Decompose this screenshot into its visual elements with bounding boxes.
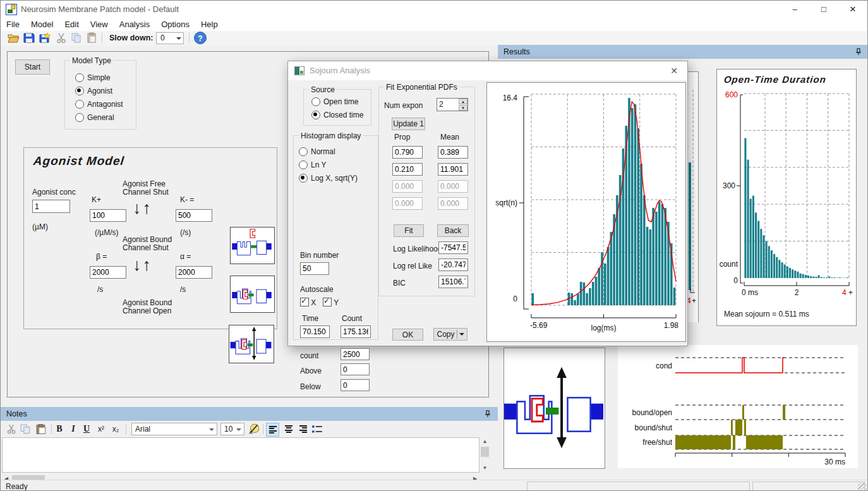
notes-text-area[interactable] <box>2 437 479 473</box>
prop-value-3 <box>392 180 423 193</box>
save-icon[interactable] <box>23 32 35 44</box>
slow-down-select[interactable]: 0 <box>156 32 184 44</box>
notes-toolbar: B I U x² x₂ Arial 10 A <box>1 421 498 437</box>
toolbar-separator <box>102 33 102 43</box>
count-axis-label: Count <box>342 314 362 323</box>
kminus-input[interactable] <box>176 209 212 222</box>
autoscale-y-checkbox[interactable]: Y <box>323 298 339 307</box>
bullet-list-icon[interactable] <box>311 423 323 435</box>
copy-icon <box>70 32 83 44</box>
update-button[interactable]: Update 1 <box>392 118 425 130</box>
toolbar-separator <box>189 33 190 43</box>
time-max-input[interactable] <box>300 325 330 338</box>
state-bound-shut-label-line1: Agonist Bound <box>123 235 172 244</box>
pin-icon[interactable] <box>855 48 862 56</box>
radio-model-agonist[interactable]: Agonist <box>75 87 112 95</box>
font-family-select[interactable]: Arial <box>131 423 217 435</box>
kminus-unit: (/s) <box>180 228 191 237</box>
menu-view[interactable]: View <box>85 18 114 31</box>
font-dialog-icon[interactable]: A <box>248 423 260 435</box>
alpha-input[interactable] <box>176 266 212 279</box>
paste-icon <box>85 32 98 44</box>
back-button[interactable]: Back <box>437 224 469 237</box>
log-rel-like-value <box>438 258 468 271</box>
align-left-button[interactable] <box>266 423 279 437</box>
radio-source-open-time[interactable]: Open time <box>311 97 358 106</box>
resize-grip[interactable] <box>858 483 867 491</box>
font-size-select[interactable]: 10 <box>220 423 244 435</box>
notes-title: Notes <box>6 409 27 418</box>
sojourn-histogram-chart: 16.4sqrt(n)0-5.69log(ms)1.98 <box>487 83 684 340</box>
beta-unit: /s <box>97 285 103 294</box>
spinner-down-icon[interactable]: ▼ <box>459 105 467 111</box>
agonist-conc-input[interactable] <box>32 200 70 213</box>
prop-value-1[interactable] <box>392 146 423 159</box>
open-time-chart-title: Open-Time Duration <box>723 74 827 85</box>
maximize-button[interactable]: □ <box>809 1 838 18</box>
source-group: Source Open timeClosed time <box>303 89 371 126</box>
svg-text:log(ms): log(ms) <box>591 324 616 332</box>
chevron-down-icon <box>236 428 241 431</box>
menu-analysis[interactable]: Analysis <box>114 18 155 31</box>
below-input[interactable] <box>341 379 370 391</box>
radio-model-simple[interactable]: Simple <box>75 73 111 82</box>
bin-number-input[interactable] <box>300 262 329 275</box>
radio-display-log-x-sqrt-y-[interactable]: Log X, sqrt(Y) <box>299 174 358 183</box>
pin-icon[interactable] <box>484 410 491 418</box>
radio-source-closed-time[interactable]: Closed time <box>311 111 363 119</box>
ok-button[interactable]: OK <box>392 329 423 341</box>
align-right-button[interactable] <box>297 423 309 435</box>
kplus-input[interactable] <box>90 209 126 222</box>
fit-button[interactable]: Fit <box>394 224 424 237</box>
notes-paste-icon[interactable] <box>35 423 47 435</box>
menu-help[interactable]: Help <box>195 18 224 31</box>
italic-button[interactable]: I <box>68 423 78 435</box>
dialog-close-icon[interactable]: ✕ <box>665 63 684 79</box>
mean-value-2[interactable] <box>438 163 468 176</box>
menu-model[interactable]: Model <box>25 18 59 31</box>
underline-button[interactable]: U <box>81 423 92 435</box>
menu-options[interactable]: Options <box>155 18 195 31</box>
superscript-button[interactable]: x² <box>95 423 107 435</box>
align-center-button[interactable] <box>282 423 294 435</box>
open-file-icon[interactable] <box>7 32 20 44</box>
menu-file[interactable]: File <box>1 18 25 31</box>
notes-vertical-scrollbar[interactable]: ▲ ▼ <box>479 437 490 473</box>
subscript-button[interactable]: x₂ <box>109 423 122 435</box>
svg-text:2: 2 <box>795 288 799 297</box>
copy-split-button[interactable]: Copy <box>433 328 467 341</box>
help-icon[interactable]: ? <box>194 32 207 44</box>
state-bound-shut-label-line2: Channel Shut <box>123 243 169 252</box>
prop-value-2[interactable] <box>392 163 423 176</box>
count-input[interactable] <box>341 348 370 360</box>
menu-edit[interactable]: Edit <box>59 18 84 31</box>
save-as-icon[interactable] <box>39 32 51 44</box>
start-button[interactable]: Start <box>15 59 50 75</box>
radio-display-normal[interactable]: Normal <box>299 147 335 156</box>
bold-button[interactable]: B <box>54 423 64 435</box>
autoscale-x-checkbox[interactable]: X <box>300 298 316 307</box>
spinner-up-icon[interactable]: ▲ <box>459 99 467 104</box>
slow-down-value: 0 <box>160 33 165 42</box>
copy-button-label[interactable]: Copy <box>437 330 454 339</box>
status-pane <box>527 482 750 491</box>
svg-text:-5.69: -5.69 <box>530 321 548 330</box>
state-free-shut-label-line1: Agonist Free <box>123 179 166 188</box>
minimize-button[interactable]: – <box>780 1 809 18</box>
radio-model-general[interactable]: General <box>75 113 114 122</box>
above-input[interactable] <box>341 363 370 375</box>
mean-value-1[interactable] <box>438 146 468 159</box>
radio-icon <box>311 111 320 119</box>
status-bar: Ready <box>1 480 867 491</box>
beta-input[interactable] <box>90 266 126 279</box>
app-icon <box>6 4 17 15</box>
below-label: Below <box>300 382 321 391</box>
radio-model-antagonist[interactable]: Antagonist <box>75 100 123 109</box>
checkbox-icon <box>323 298 332 306</box>
radio-display-ln-y[interactable]: Ln Y <box>299 161 326 169</box>
svg-text:bound/open: bound/open <box>632 408 672 417</box>
count-max-input[interactable] <box>341 325 371 338</box>
close-button[interactable]: ✕ <box>838 1 867 18</box>
split-divider <box>457 330 457 339</box>
num-expon-spinner[interactable]: 2 ▲ ▼ <box>437 98 468 111</box>
